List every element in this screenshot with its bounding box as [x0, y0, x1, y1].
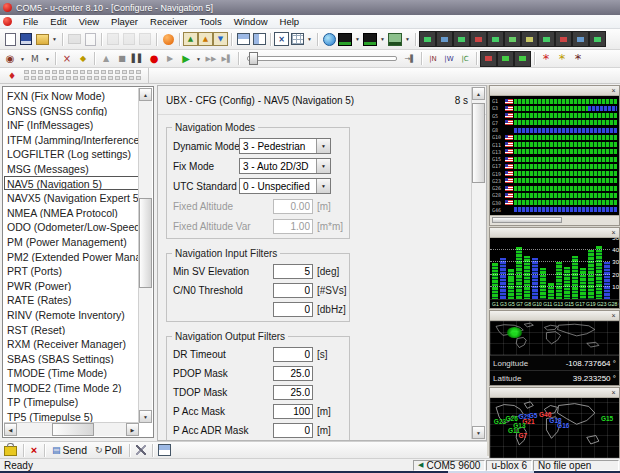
- sidebar-item-prt[interactable]: PRT (Ports): [4, 263, 139, 278]
- panel-grip[interactable]: ×: [490, 311, 619, 321]
- com-port-status[interactable]: ◀ COM5 9600: [413, 460, 485, 471]
- history-scroll-thumb[interactable]: [492, 217, 562, 223]
- new-file-icon[interactable]: [2, 32, 18, 47]
- split-horizontal-icon[interactable]: [235, 32, 251, 47]
- save-file-icon[interactable]: [18, 32, 34, 47]
- sidebar-item-pm[interactable]: PM (Power Management): [4, 234, 139, 249]
- scroll-right-button[interactable]: ▶: [126, 423, 139, 436]
- close-icon[interactable]: ×: [609, 229, 618, 237]
- playback-slider[interactable]: [247, 53, 397, 65]
- sidebar-item-msg[interactable]: MSG (Messages): [4, 161, 139, 176]
- sidebar-item-rst[interactable]: RST (Reset): [4, 322, 139, 337]
- dock-statistic-icon[interactable]: [514, 51, 531, 67]
- tools-icon[interactable]: [133, 443, 149, 458]
- measure-mode-dropdown[interactable]: ▼: [43, 51, 52, 66]
- sidebar-item-itfm[interactable]: ITFM (Jamming/Interference Mo: [4, 132, 139, 147]
- view-window-10-button[interactable]: [572, 31, 589, 47]
- print-preview-icon[interactable]: [82, 32, 98, 47]
- history-horizontal-scrollbar[interactable]: [490, 215, 619, 225]
- marker-w-icon[interactable]: |W: [441, 51, 457, 66]
- database-export-icon[interactable]: ▲: [183, 32, 198, 46]
- clear-icon[interactable]: ×: [27, 444, 41, 456]
- pause-button[interactable]: ▌▌: [130, 51, 146, 66]
- gear-red-icon[interactable]: *: [538, 51, 554, 66]
- table-view-dropdown[interactable]: ▼: [305, 32, 314, 47]
- record-button[interactable]: ●: [146, 51, 162, 66]
- map-view-dropdown[interactable]: ▼: [403, 32, 412, 47]
- gear-dark-icon[interactable]: *: [570, 51, 586, 66]
- dock-config-icon[interactable]: [497, 51, 514, 67]
- split-vertical-icon[interactable]: [251, 32, 267, 47]
- play-button[interactable]: ▶: [178, 51, 194, 66]
- send-button[interactable]: ▤ Send: [48, 444, 91, 456]
- close-icon[interactable]: ×: [609, 389, 618, 397]
- gear-yellow-icon[interactable]: *: [554, 51, 570, 66]
- close-icon[interactable]: ×: [609, 312, 618, 320]
- close-icon[interactable]: ×: [609, 87, 618, 95]
- receiver-type-status[interactable]: u-blox 6: [486, 460, 532, 471]
- map-view-icon[interactable]: [387, 32, 403, 47]
- slider-track[interactable]: [247, 56, 397, 61]
- record-view-dropdown[interactable]: ▼: [18, 51, 27, 66]
- open-file-dropdown[interactable]: ▼: [50, 32, 59, 47]
- sidebar-item-rate[interactable]: RATE (Rates): [4, 292, 139, 307]
- histogram-view-icon[interactable]: [362, 32, 378, 47]
- input-pdop-mask[interactable]: [273, 366, 313, 381]
- stop-button[interactable]: ■: [114, 51, 130, 66]
- panel-scroll-down-button[interactable]: ▼: [472, 426, 485, 439]
- panel-grip[interactable]: ×: [490, 228, 619, 238]
- histogram-view-dropdown[interactable]: ▼: [378, 32, 387, 47]
- menu-view[interactable]: View: [73, 15, 105, 28]
- sidebar-item-logfilter[interactable]: LOGFILTER (Log settings): [4, 146, 139, 161]
- ucenter-ball-icon[interactable]: [160, 32, 176, 47]
- view-window-11-button[interactable]: [589, 31, 606, 47]
- sidebar-item-sbas[interactable]: SBAS (SBAS Settings): [4, 351, 139, 366]
- marker-c-icon[interactable]: |C: [457, 51, 473, 66]
- menu-window[interactable]: Window: [228, 15, 274, 28]
- copy-icon[interactable]: [121, 32, 137, 47]
- play-dropdown[interactable]: ▼: [194, 51, 203, 66]
- menu-tools[interactable]: Tools: [194, 15, 228, 28]
- measure-mode-icon[interactable]: M: [27, 51, 43, 66]
- select-fix-mode[interactable]: 3 - Auto 2D/3D▼: [239, 158, 331, 174]
- lock-icon[interactable]: [4, 446, 17, 456]
- sidebar-horizontal-scrollbar[interactable]: ◀ ▶: [4, 422, 139, 436]
- edit-pen-icon[interactable]: ◆: [75, 51, 91, 66]
- marker-n-icon[interactable]: |N: [425, 51, 441, 66]
- sidebar-item-navx5[interactable]: NAVX5 (Navigation Expert 5): [4, 190, 139, 205]
- input-fixed-altitude[interactable]: [273, 199, 313, 214]
- fast-forward-button[interactable]: ▶▶: [203, 51, 219, 66]
- select-utc-standard[interactable]: 0 - Unspecified▼: [239, 178, 331, 194]
- view-window-6-button[interactable]: [504, 31, 521, 47]
- scroll-down-button[interactable]: ▼: [139, 410, 152, 423]
- panel-scroll-thumb[interactable]: [472, 103, 485, 183]
- skip-end-button[interactable]: ▶▌: [219, 51, 235, 66]
- view-window-8-button[interactable]: [538, 31, 555, 47]
- sidebar-item-fxn[interactable]: FXN (Fix Now Mode): [4, 88, 139, 103]
- sidebar-item-pwr[interactable]: PWR (Power): [4, 278, 139, 293]
- window-layout-icon[interactable]: [156, 443, 172, 458]
- panel-grip[interactable]: ×: [490, 86, 619, 96]
- record-view-icon[interactable]: ◉: [2, 51, 18, 66]
- input-tdop-mask[interactable]: [273, 385, 313, 400]
- dropdown-arrow-icon[interactable]: ▼: [316, 179, 330, 193]
- view-window-2-button[interactable]: [436, 31, 453, 47]
- input-dr-timeout[interactable]: [273, 347, 313, 362]
- input-dbhz[interactable]: [273, 302, 313, 317]
- panel-scroll-up-button[interactable]: ▲: [472, 87, 485, 100]
- google-earth-icon[interactable]: [321, 32, 337, 47]
- step-forward-button[interactable]: ▶: [162, 51, 178, 66]
- sidebar-vertical-scrollbar[interactable]: ▲ ▼: [138, 88, 152, 423]
- scroll-up-button[interactable]: ▲: [139, 88, 152, 101]
- dropdown-arrow-icon[interactable]: ▼: [316, 159, 330, 173]
- sidebar-scroll-thumb[interactable]: [139, 198, 152, 288]
- view-window-5-button[interactable]: [487, 31, 504, 47]
- chart-view-dropdown[interactable]: ▼: [353, 32, 362, 47]
- panel-grip[interactable]: ×: [490, 388, 619, 398]
- close-table-icon[interactable]: ×: [274, 32, 289, 46]
- scroll-left-button[interactable]: ◀: [4, 423, 17, 436]
- database-import-icon[interactable]: ▲: [198, 32, 213, 46]
- sidebar-item-nmea[interactable]: NMEA (NMEA Protocol): [4, 205, 139, 220]
- edit-off-icon[interactable]: ×: [59, 51, 75, 66]
- sidebar-item-pm2[interactable]: PM2 (Extended Power Manager: [4, 249, 139, 264]
